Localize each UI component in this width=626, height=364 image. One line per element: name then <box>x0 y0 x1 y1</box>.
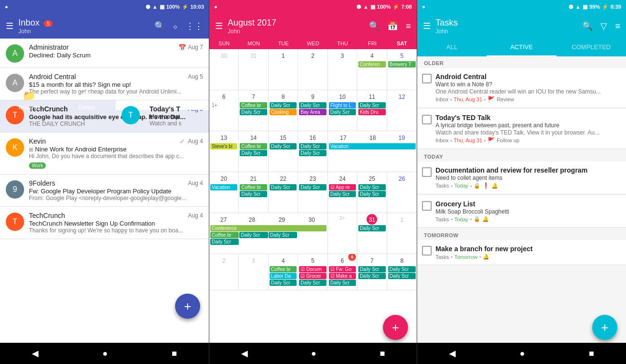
tasks-menu-button[interactable]: ☰ <box>423 21 431 31</box>
cal-event[interactable]: Conferen <box>358 61 385 67</box>
checkbox-branch[interactable] <box>422 246 432 256</box>
cal-event[interactable]: Daily Scr <box>358 102 385 108</box>
checkbox-documentation[interactable] <box>422 167 432 177</box>
cal-cell-3next[interactable]: 3 <box>239 254 268 290</box>
cal-event[interactable]: Daily Scr <box>358 225 385 231</box>
cal-event[interactable]: Daily Scr <box>270 102 297 108</box>
task-documentation[interactable]: Documentation and review for reseller pr… <box>417 162 626 194</box>
cal-cell-7next[interactable]: 7 Daily Scr Daily Scr <box>357 254 387 290</box>
cal-event[interactable]: Vacation <box>210 184 237 190</box>
cal-event[interactable]: Coffee br <box>240 102 267 108</box>
cal-event[interactable]: Steve's bi <box>210 143 237 149</box>
cal-search-button[interactable]: 🔍 <box>369 21 380 31</box>
cal-cell-7[interactable]: 7 Coffee br Daily Scr <box>239 90 268 131</box>
cal-event[interactable]: Brewery T <box>388 61 416 67</box>
email-item-kevin[interactable]: K Kevin ✓ Aug 4 ⊞ Nine Work for Android … <box>0 133 209 175</box>
cal-event[interactable]: Daily Scr <box>388 273 416 279</box>
task-branch[interactable]: Make a branch for new project Tasks • To… <box>417 240 626 265</box>
cal-event[interactable]: Daily Scr <box>270 184 297 190</box>
cal-event[interactable]: Daily Scr <box>240 150 267 156</box>
cal-more-button[interactable]: ≡ <box>406 21 411 31</box>
cal-cell-6[interactable]: 6 1+ <box>209 90 239 131</box>
cal-view-button[interactable]: 📅 <box>387 21 398 31</box>
cal-cell-14[interactable]: 14 Coffee br Daily Scr <box>239 131 268 172</box>
cal-event[interactable]: Daily Scr <box>358 273 385 279</box>
recents-icon[interactable]: ■ <box>172 349 177 359</box>
cal-menu-button[interactable]: ☰ <box>215 21 223 31</box>
cal-cell-4[interactable]: 4 Conferen <box>357 49 387 90</box>
tasks-fab[interactable]: + <box>592 315 617 340</box>
cal-cell-1next[interactable]: 1 <box>387 213 417 254</box>
cal-event[interactable]: Daily Scr <box>239 232 268 238</box>
cal-event[interactable]: Daily Scr <box>240 191 267 197</box>
cal-event[interactable]: ☑ Make a <box>329 273 356 279</box>
cal-cell-8[interactable]: 8 Daily Scr Cooking <box>269 90 298 131</box>
tasks-recents-icon[interactable]: ■ <box>589 349 594 359</box>
cal-cell-25[interactable]: 25 Daily Scr Daily Scr <box>357 172 387 213</box>
cal-cell-6next[interactable]: 6 6 ☑ Fw: Go ☑ Make a Daily Scr <box>328 254 357 290</box>
cal-cell-1[interactable]: 1 <box>269 49 298 90</box>
cal-cell-31[interactable]: 31 Daily Scr <box>357 213 387 254</box>
cal-cell-12[interactable]: 12 <box>387 90 417 131</box>
cal-cell-2next[interactable]: 2 <box>209 254 239 290</box>
cal-event[interactable]: Coffee br <box>240 143 267 149</box>
cal-cell-21[interactable]: 21 Coffee br Daily Scr <box>239 172 268 213</box>
cal-cell-5[interactable]: 5 Brewery T <box>387 49 417 90</box>
cal-event[interactable]: Daily Scr <box>240 109 267 115</box>
cal-event[interactable]: Daily Scr <box>329 191 356 197</box>
cal-event[interactable]: Daily Scr <box>270 143 297 149</box>
cal-event[interactable]: Daily Scr <box>329 109 356 115</box>
cal-recents-icon[interactable]: ■ <box>380 349 385 359</box>
tab-completed[interactable]: COMPLETED <box>557 39 626 56</box>
home-icon[interactable]: ● <box>103 349 108 359</box>
cal-cell-9[interactable]: 9 Daily Scr Bay Area <box>298 90 327 131</box>
task-grocery-list[interactable]: Grocery List Milk Soap Broccoli Spaghett… <box>417 195 626 228</box>
back-icon[interactable]: ◀ <box>32 348 39 359</box>
inbox-more-button[interactable]: ⋮⋮ <box>186 21 203 31</box>
cal-event[interactable]: Flight to L <box>329 102 356 108</box>
tasks-search-button[interactable]: 🔍 <box>582 21 593 31</box>
inbox-filter-button[interactable]: ⬦ <box>173 21 178 31</box>
cal-cell-2[interactable]: 2 <box>298 49 327 90</box>
cal-cell-11[interactable]: 11 Daily Scr Kids Dru <box>357 90 387 131</box>
checkbox-grocery-list[interactable] <box>422 201 432 211</box>
inbox-menu-button[interactable]: ☰ <box>6 21 14 31</box>
cal-cell-22[interactable]: 22 Daily Scr <box>269 172 298 213</box>
cal-home-icon[interactable]: ● <box>311 349 316 359</box>
tasks-filter-button[interactable]: ▽ <box>600 21 607 31</box>
inbox-search-button[interactable]: 🔍 <box>154 21 165 31</box>
cal-cell-16[interactable]: 16 Daily Scr Daily Scr <box>298 131 327 172</box>
vacation-event[interactable]: Vacation <box>329 143 416 149</box>
cal-event[interactable]: Labor Da <box>270 273 297 279</box>
cal-cell-4next[interactable]: 4 Coffee br Labor Da Daily Scr <box>269 254 298 290</box>
cal-event[interactable]: Cooking <box>270 109 297 115</box>
cal-cell-8next[interactable]: 8 Daily Scr Daily Scr <box>387 254 417 290</box>
cal-cell-week5-extra[interactable]: 2+ <box>328 213 357 254</box>
checkbox-ted-talk[interactable] <box>422 115 432 124</box>
email-item-administrator[interactable]: A Administrator 📅 Aug 7 Declined: Daily … <box>0 39 209 68</box>
cal-event[interactable]: ☑ Docum <box>299 266 326 272</box>
cal-event[interactable]: Coffee br <box>240 184 267 190</box>
cal-event[interactable]: Daily Scr <box>358 191 385 197</box>
email-item-techcrunch-2[interactable]: T TechCrunch Aug 4 TechCrunch Newsletter… <box>0 207 209 239</box>
conference-event[interactable]: Conference <box>210 225 327 231</box>
cal-event[interactable]: Daily Scr <box>388 266 416 272</box>
cal-event[interactable]: Coffee br <box>270 266 297 272</box>
cal-back-icon[interactable]: ◀ <box>241 348 248 359</box>
cal-cell-24[interactable]: 24 ☑ App re Daily Scr <box>328 172 357 213</box>
cal-event[interactable]: Daily Scr <box>269 232 297 238</box>
cal-cell-20[interactable]: 20 Vacation <box>209 172 239 213</box>
cal-event[interactable]: Daily Scr <box>358 266 385 272</box>
cal-cell-27-30[interactable]: 27 28 29 30 Conference Coffee br Daily S… <box>209 213 328 254</box>
cal-fab[interactable]: + <box>383 315 408 340</box>
cal-cell-10[interactable]: 10 Flight to L Daily Scr <box>328 90 357 131</box>
cal-event[interactable]: Bay Area <box>299 109 326 115</box>
tasks-home-icon[interactable]: ● <box>520 349 525 359</box>
cal-event[interactable]: Coffee br <box>210 232 239 238</box>
cal-event[interactable]: Daily Scr <box>210 239 239 245</box>
tab-active[interactable]: ACTIVE <box>487 39 556 56</box>
cal-event[interactable]: ☑ Fw: Go <box>329 266 356 272</box>
cal-event[interactable]: Daily Scr <box>299 184 326 190</box>
cal-event[interactable]: Daily Scr <box>358 184 385 190</box>
cal-cell-23[interactable]: 23 Daily Scr <box>298 172 327 213</box>
